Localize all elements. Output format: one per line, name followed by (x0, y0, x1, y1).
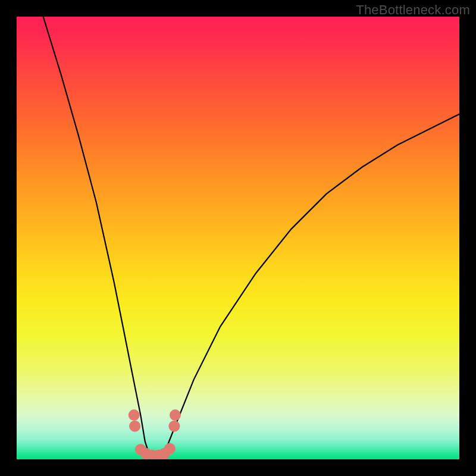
watermark-text: TheBottleneck.com (356, 2, 470, 18)
marker-layer (17, 17, 459, 459)
optimal-range-markers (129, 409, 181, 459)
optimal-marker (164, 443, 176, 455)
optimal-marker (129, 409, 140, 421)
optimal-marker (168, 421, 180, 432)
plot-area (17, 17, 459, 459)
optimal-marker (170, 409, 181, 421)
stage: TheBottleneck.com (0, 0, 476, 476)
optimal-marker (129, 421, 140, 432)
